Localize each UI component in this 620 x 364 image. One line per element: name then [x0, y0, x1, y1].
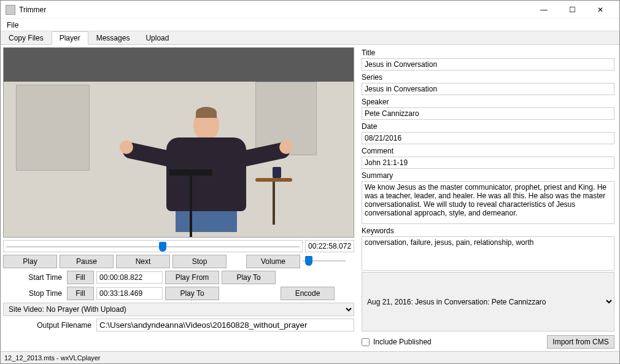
- app-icon: [6, 5, 15, 15]
- titlebar: Trimmer — ☐ ✕: [1, 1, 619, 19]
- start-play-to-button[interactable]: Play To: [222, 271, 276, 284]
- stop-play-to-button[interactable]: Play To: [165, 287, 219, 300]
- keywords-label: Keywords: [362, 227, 614, 235]
- output-filename-label: Output Filename: [3, 321, 94, 330]
- tab-messages[interactable]: Messages: [88, 31, 138, 44]
- title-input[interactable]: [362, 58, 614, 71]
- import-cms-button[interactable]: Import from CMS: [547, 335, 614, 349]
- include-published-checkbox[interactable]: [362, 338, 370, 346]
- comment-label: Comment: [362, 147, 614, 155]
- start-time-input[interactable]: [96, 271, 163, 284]
- pause-button[interactable]: Pause: [60, 255, 114, 268]
- window-title: Trimmer: [19, 6, 530, 14]
- include-published-label: Include Published: [373, 338, 432, 346]
- start-fill-button[interactable]: Fill: [67, 271, 94, 284]
- series-label: Series: [362, 73, 614, 82]
- speaker-input[interactable]: [362, 107, 614, 120]
- menu-file[interactable]: File: [3, 20, 22, 31]
- stop-button[interactable]: Stop: [172, 255, 227, 268]
- tab-copy-files[interactable]: Copy Files: [1, 31, 52, 44]
- summary-textarea[interactable]: [362, 181, 614, 224]
- series-input[interactable]: [362, 83, 614, 95]
- date-label: Date: [362, 122, 614, 131]
- cms-item-select[interactable]: Aug 21, 2016: Jesus in Conversation: Pet…: [362, 272, 614, 331]
- volume-button[interactable]: Volume: [246, 255, 300, 268]
- play-button[interactable]: Play: [3, 255, 57, 268]
- date-input[interactable]: [362, 132, 614, 144]
- summary-label: Summary: [362, 171, 614, 180]
- stop-time-input[interactable]: [96, 287, 163, 300]
- output-filename-input[interactable]: [96, 319, 354, 331]
- seek-slider[interactable]: [3, 240, 303, 252]
- play-from-button[interactable]: Play From: [165, 271, 219, 284]
- stop-time-label: Stop Time: [3, 289, 64, 298]
- minimize-button[interactable]: —: [530, 1, 558, 19]
- next-button[interactable]: Next: [116, 255, 170, 268]
- timecode-display: 00:22:58.072: [305, 240, 354, 252]
- encode-button[interactable]: Encode: [281, 287, 335, 300]
- start-time-label: Start Time: [3, 273, 64, 282]
- player-panel: 00:22:58.072 Play Pause Next Stop Volume…: [1, 45, 357, 351]
- maximize-button[interactable]: ☐: [558, 1, 586, 19]
- close-button[interactable]: ✕: [586, 1, 614, 19]
- site-video-select[interactable]: Site Video: No Prayer (With Upload): [3, 303, 354, 316]
- metadata-panel: Title Series Speaker Date Comment Summar…: [357, 45, 619, 351]
- comment-input[interactable]: [362, 157, 614, 169]
- status-bar: 12_12_2013.mts - wxVLCplayer: [1, 351, 619, 363]
- menubar: File: [1, 19, 619, 31]
- volume-slider[interactable]: [303, 255, 346, 267]
- video-display[interactable]: [3, 47, 354, 238]
- stop-fill-button[interactable]: Fill: [67, 287, 94, 300]
- tab-player[interactable]: Player: [52, 31, 88, 45]
- title-label: Title: [362, 48, 614, 57]
- keywords-textarea[interactable]: [362, 236, 614, 271]
- speaker-label: Speaker: [362, 98, 614, 106]
- status-text: 12_12_2013.mts - wxVLCplayer: [4, 354, 101, 362]
- tab-bar: Copy Files Player Messages Upload: [1, 31, 619, 45]
- tab-upload[interactable]: Upload: [138, 31, 177, 44]
